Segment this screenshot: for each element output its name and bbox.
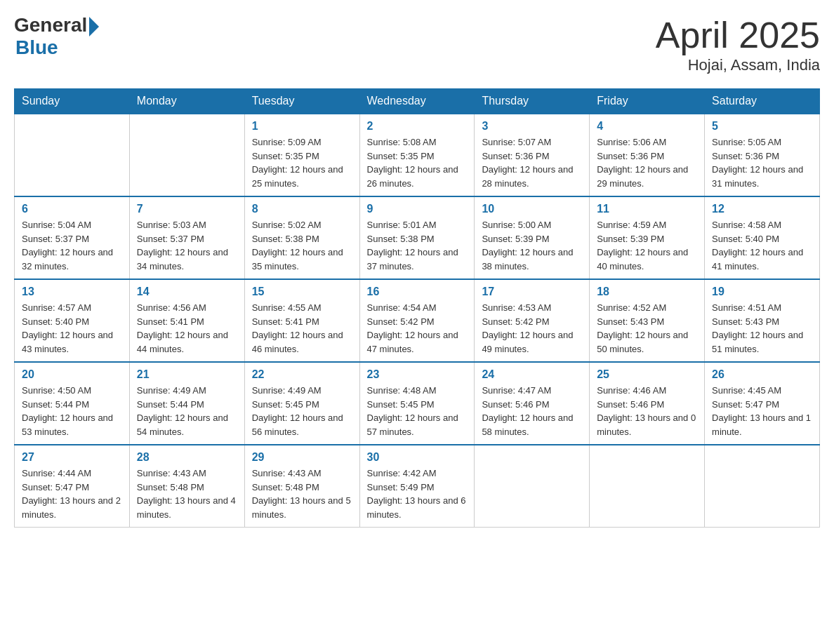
page-title: April 2025 (656, 14, 820, 56)
day-info: Sunrise: 4:52 AM Sunset: 5:43 PM Dayligh… (597, 301, 697, 356)
calendar-day-cell: 8Sunrise: 5:02 AM Sunset: 5:38 PM Daylig… (244, 196, 359, 279)
day-info: Sunrise: 4:50 AM Sunset: 5:44 PM Dayligh… (22, 384, 122, 438)
calendar-day-cell: 14Sunrise: 4:56 AM Sunset: 5:41 PM Dayli… (129, 279, 244, 362)
calendar-day-cell: 1Sunrise: 5:09 AM Sunset: 5:35 PM Daylig… (244, 114, 359, 196)
day-number: 12 (712, 203, 812, 215)
day-info: Sunrise: 5:04 AM Sunset: 5:37 PM Dayligh… (22, 218, 122, 273)
day-number: 5 (712, 120, 812, 133)
calendar-week-row: 6Sunrise: 5:04 AM Sunset: 5:37 PM Daylig… (15, 196, 820, 279)
calendar-day-cell: 9Sunrise: 5:01 AM Sunset: 5:38 PM Daylig… (359, 196, 475, 279)
day-info: Sunrise: 4:59 AM Sunset: 5:39 PM Dayligh… (597, 218, 697, 273)
day-number: 19 (712, 286, 812, 298)
day-info: Sunrise: 5:05 AM Sunset: 5:36 PM Dayligh… (712, 135, 812, 190)
calendar-header-row: SundayMondayTuesdayWednesdayThursdayFrid… (15, 89, 820, 114)
day-info: Sunrise: 5:01 AM Sunset: 5:38 PM Dayligh… (367, 218, 468, 273)
day-info: Sunrise: 5:09 AM Sunset: 5:35 PM Dayligh… (252, 135, 352, 190)
calendar-day-header: Thursday (475, 89, 590, 114)
day-info: Sunrise: 4:49 AM Sunset: 5:44 PM Dayligh… (137, 384, 237, 438)
day-number: 20 (22, 368, 122, 381)
page-subtitle: Hojai, Assam, India (656, 56, 820, 74)
calendar-day-header: Tuesday (244, 89, 359, 114)
day-info: Sunrise: 5:03 AM Sunset: 5:37 PM Dayligh… (137, 218, 237, 273)
title-block: April 2025 Hojai, Assam, India (656, 14, 820, 74)
day-number: 11 (597, 203, 697, 215)
day-number: 2 (367, 120, 468, 133)
calendar-day-cell: 23Sunrise: 4:48 AM Sunset: 5:45 PM Dayli… (359, 362, 475, 445)
calendar-day-cell: 7Sunrise: 5:03 AM Sunset: 5:37 PM Daylig… (129, 196, 244, 279)
day-number: 16 (367, 286, 468, 298)
day-number: 29 (252, 451, 352, 464)
day-info: Sunrise: 4:49 AM Sunset: 5:45 PM Dayligh… (252, 384, 352, 438)
calendar-day-cell: 17Sunrise: 4:53 AM Sunset: 5:42 PM Dayli… (475, 279, 590, 362)
day-info: Sunrise: 4:55 AM Sunset: 5:41 PM Dayligh… (252, 301, 352, 356)
day-number: 6 (22, 203, 122, 215)
calendar-body: 1Sunrise: 5:09 AM Sunset: 5:35 PM Daylig… (15, 114, 820, 528)
day-number: 8 (252, 203, 352, 215)
calendar-day-cell: 20Sunrise: 4:50 AM Sunset: 5:44 PM Dayli… (15, 362, 130, 445)
calendar-day-cell: 2Sunrise: 5:08 AM Sunset: 5:35 PM Daylig… (359, 114, 475, 196)
calendar-day-cell (129, 114, 244, 196)
day-info: Sunrise: 4:45 AM Sunset: 5:47 PM Dayligh… (712, 384, 812, 438)
calendar-day-cell: 21Sunrise: 4:49 AM Sunset: 5:44 PM Dayli… (129, 362, 244, 445)
day-info: Sunrise: 4:48 AM Sunset: 5:45 PM Dayligh… (367, 384, 468, 438)
day-number: 17 (482, 286, 582, 298)
calendar-day-cell: 13Sunrise: 4:57 AM Sunset: 5:40 PM Dayli… (15, 279, 130, 362)
day-info: Sunrise: 5:00 AM Sunset: 5:39 PM Dayligh… (482, 218, 582, 273)
calendar-day-cell: 26Sunrise: 4:45 AM Sunset: 5:47 PM Dayli… (705, 362, 820, 445)
day-number: 1 (252, 120, 352, 133)
day-info: Sunrise: 4:53 AM Sunset: 5:42 PM Dayligh… (482, 301, 582, 356)
logo-blue-text: Blue (15, 36, 58, 59)
calendar-day-cell: 3Sunrise: 5:07 AM Sunset: 5:36 PM Daylig… (475, 114, 590, 196)
calendar-day-header: Saturday (705, 89, 820, 114)
day-number: 27 (22, 451, 122, 464)
calendar-day-cell: 30Sunrise: 4:42 AM Sunset: 5:49 PM Dayli… (359, 445, 475, 528)
day-number: 18 (597, 286, 697, 298)
calendar-day-cell: 25Sunrise: 4:46 AM Sunset: 5:46 PM Dayli… (590, 362, 705, 445)
logo: General Blue (14, 14, 99, 59)
logo-arrow-icon (89, 17, 99, 36)
day-number: 10 (482, 203, 582, 215)
calendar-day-header: Wednesday (359, 89, 475, 114)
calendar-header: SundayMondayTuesdayWednesdayThursdayFrid… (15, 89, 820, 114)
day-number: 28 (137, 451, 237, 464)
calendar-week-row: 27Sunrise: 4:44 AM Sunset: 5:47 PM Dayli… (15, 445, 820, 528)
calendar-day-cell: 11Sunrise: 4:59 AM Sunset: 5:39 PM Dayli… (590, 196, 705, 279)
day-info: Sunrise: 5:07 AM Sunset: 5:36 PM Dayligh… (482, 135, 582, 190)
day-info: Sunrise: 4:57 AM Sunset: 5:40 PM Dayligh… (22, 301, 122, 356)
day-number: 25 (597, 368, 697, 381)
day-number: 21 (137, 368, 237, 381)
calendar-day-cell: 10Sunrise: 5:00 AM Sunset: 5:39 PM Dayli… (475, 196, 590, 279)
calendar-day-cell: 5Sunrise: 5:05 AM Sunset: 5:36 PM Daylig… (705, 114, 820, 196)
calendar-day-header: Monday (129, 89, 244, 114)
calendar-week-row: 13Sunrise: 4:57 AM Sunset: 5:40 PM Dayli… (15, 279, 820, 362)
day-number: 14 (137, 286, 237, 298)
day-info: Sunrise: 4:46 AM Sunset: 5:46 PM Dayligh… (597, 384, 697, 438)
day-info: Sunrise: 4:44 AM Sunset: 5:47 PM Dayligh… (22, 467, 122, 521)
day-info: Sunrise: 5:06 AM Sunset: 5:36 PM Dayligh… (597, 135, 697, 190)
calendar-day-cell: 4Sunrise: 5:06 AM Sunset: 5:36 PM Daylig… (590, 114, 705, 196)
day-info: Sunrise: 4:43 AM Sunset: 5:48 PM Dayligh… (137, 467, 237, 521)
day-number: 30 (367, 451, 468, 464)
day-info: Sunrise: 5:02 AM Sunset: 5:38 PM Dayligh… (252, 218, 352, 273)
calendar-day-cell (590, 445, 705, 528)
page-header: General Blue April 2025 Hojai, Assam, In… (14, 14, 820, 74)
day-number: 7 (137, 203, 237, 215)
day-info: Sunrise: 4:58 AM Sunset: 5:40 PM Dayligh… (712, 218, 812, 273)
calendar-day-cell: 29Sunrise: 4:43 AM Sunset: 5:48 PM Dayli… (244, 445, 359, 528)
calendar-day-cell: 15Sunrise: 4:55 AM Sunset: 5:41 PM Dayli… (244, 279, 359, 362)
calendar-day-cell: 6Sunrise: 5:04 AM Sunset: 5:37 PM Daylig… (15, 196, 130, 279)
calendar-day-cell: 16Sunrise: 4:54 AM Sunset: 5:42 PM Dayli… (359, 279, 475, 362)
calendar-day-cell (15, 114, 130, 196)
day-info: Sunrise: 4:43 AM Sunset: 5:48 PM Dayligh… (252, 467, 352, 521)
calendar-day-cell: 24Sunrise: 4:47 AM Sunset: 5:46 PM Dayli… (475, 362, 590, 445)
calendar-day-cell: 27Sunrise: 4:44 AM Sunset: 5:47 PM Dayli… (15, 445, 130, 528)
calendar-day-cell: 19Sunrise: 4:51 AM Sunset: 5:43 PM Dayli… (705, 279, 820, 362)
day-number: 13 (22, 286, 122, 298)
calendar-day-cell: 18Sunrise: 4:52 AM Sunset: 5:43 PM Dayli… (590, 279, 705, 362)
day-info: Sunrise: 5:08 AM Sunset: 5:35 PM Dayligh… (367, 135, 468, 190)
day-number: 26 (712, 368, 812, 381)
day-info: Sunrise: 4:56 AM Sunset: 5:41 PM Dayligh… (137, 301, 237, 356)
day-number: 3 (482, 120, 582, 133)
calendar-day-cell: 22Sunrise: 4:49 AM Sunset: 5:45 PM Dayli… (244, 362, 359, 445)
day-number: 23 (367, 368, 468, 381)
